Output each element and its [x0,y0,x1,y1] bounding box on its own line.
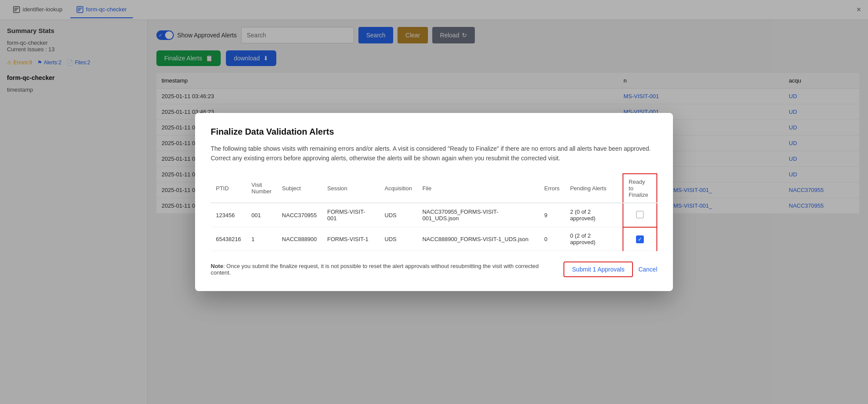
modal-table: PTID VisitNumber Subject Session Acquisi… [211,173,657,251]
cell-file-2: NACC888900_FORMS-VISIT-1_UDS.json [417,227,539,251]
ready-checkbox-1[interactable] [636,211,644,219]
cell-ptid-2: 65438216 [211,227,246,251]
modal-col-subject: Subject [277,174,322,203]
cell-ready-2: ✓ [623,227,657,251]
cell-subject-2: NACC888900 [277,227,322,251]
modal-col-file: File [417,174,539,203]
modal-row-2: 65438216 1 NACC888900 FORMS-VISIT-1 UDS … [211,227,657,251]
cell-session-2: FORMS-VISIT-1 [322,227,379,251]
cell-errors-2: 0 [539,227,565,251]
modal-footer: Note: Once you submit the finalize reque… [211,262,657,277]
cell-ptid-1: 123456 [211,203,246,227]
modal-overlay: Finalize Data Validation Alerts The foll… [0,0,868,404]
modal-note: Note: Once you submit the finalize reque… [211,263,558,276]
cell-errors-1: 9 [539,203,565,227]
modal-note-bold: Note [211,263,223,269]
cell-acquisition-1: UDS [379,203,417,227]
modal-col-session: Session [322,174,379,203]
cell-session-1: FORMS-VISIT-001 [322,203,379,227]
cell-visit-2: 1 [246,227,277,251]
modal-col-ready: Ready toFinalize [623,174,657,203]
modal-description: The following table shows visits with re… [211,144,657,163]
modal: Finalize Data Validation Alerts The foll… [195,113,673,291]
ready-checkbox-2[interactable]: ✓ [636,235,644,243]
modal-col-errors: Errors [539,174,565,203]
submit-approvals-button[interactable]: Submit 1 Approvals [563,262,633,277]
cell-visit-1: 001 [246,203,277,227]
modal-col-acquisition: Acquisition [379,174,417,203]
cell-ready-1 [623,203,657,227]
cell-acquisition-2: UDS [379,227,417,251]
cell-subject-1: NACC370955 [277,203,322,227]
cancel-button[interactable]: Cancel [638,266,657,273]
cell-pending-2: 0 (2 of 2 approved) [565,227,623,251]
modal-col-ptid: PTID [211,174,246,203]
modal-col-visit: VisitNumber [246,174,277,203]
modal-title: Finalize Data Validation Alerts [211,127,657,137]
modal-row-1: 123456 001 NACC370955 FORMS-VISIT-001 UD… [211,203,657,227]
cell-file-1: NACC370955_FORMS-VISIT-001_UDS.json [417,203,539,227]
cell-pending-1: 2 (0 of 2 approved) [565,203,623,227]
modal-note-text: : Once you submit the finalize request, … [211,263,539,276]
modal-col-pending: Pending Alerts [565,174,623,203]
